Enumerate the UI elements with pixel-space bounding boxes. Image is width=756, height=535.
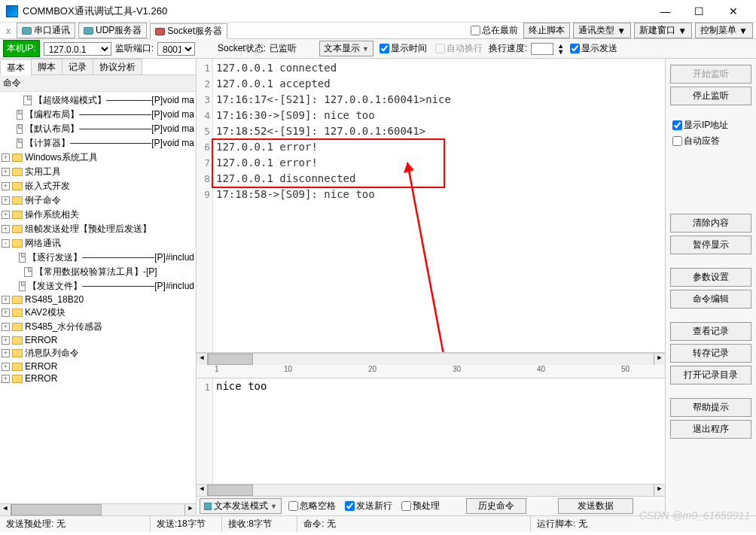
wrap-speed-input[interactable] — [531, 43, 553, 55]
folder-icon — [12, 182, 23, 190]
history-button[interactable]: 历史命令 — [466, 498, 526, 514]
comm-type-button[interactable]: 通讯类型▼ — [573, 23, 631, 38]
stepper-icon[interactable]: ▲▼ — [557, 43, 564, 55]
sidebar-hscrollbar[interactable]: ◄► — [0, 503, 196, 515]
stop-listen-button[interactable]: 停止监听 — [670, 87, 751, 105]
tree-item[interactable]: 【常用数据校验算法工具】-[P] — [2, 265, 194, 279]
send-newline-checkbox[interactable]: 发送新行 — [345, 500, 392, 512]
preprocess-checkbox[interactable]: 预处理 — [401, 500, 440, 512]
ip-combo[interactable]: 127.0.0.1 — [44, 42, 111, 56]
port-combo[interactable]: 8001 — [157, 42, 195, 56]
expander-icon[interactable]: - — [2, 239, 10, 248]
tree-item[interactable]: +消息队列命令 — [2, 346, 194, 360]
tree-item[interactable]: +组帧发送处理【预处理后发送】 — [2, 222, 194, 236]
bottom-toolbar: 文本发送模式▼ 忽略空格 发送新行 预处理 历史命令 发送数据 — [197, 496, 665, 515]
tree-item[interactable]: +操作系统相关 — [2, 208, 194, 222]
tree-item[interactable]: 【发送文件】————————[P]#includ — [2, 279, 194, 293]
expander-icon[interactable]: + — [2, 349, 10, 357]
expander-icon[interactable]: + — [2, 309, 10, 317]
view-log-button[interactable]: 查看记录 — [670, 322, 751, 341]
cmd-edit-button[interactable]: 命令编辑 — [670, 290, 751, 309]
side-tab-protocol[interactable]: 协议分析 — [93, 59, 142, 74]
tree-item-label: 【默认布局】————————[P]void ma — [25, 123, 194, 135]
wrap-speed-label: 换行速度: — [489, 42, 527, 55]
side-tab-basic[interactable]: 基本 — [0, 59, 32, 75]
local-ip-label: 本机IP: — [3, 40, 40, 57]
send-mode-button[interactable]: 文本发送模式▼ — [200, 498, 282, 514]
exit-button[interactable]: 退出程序 — [670, 420, 751, 439]
tree-item[interactable]: +RS485_18B20 — [2, 293, 194, 305]
new-window-button[interactable]: 新建窗口▼ — [634, 23, 692, 38]
tree-item[interactable]: 【默认布局】————————[P]void ma — [2, 122, 194, 136]
tree-item[interactable]: -网络通讯 — [2, 236, 194, 251]
close-tab-icon[interactable]: x — [3, 26, 14, 36]
folder-icon — [12, 196, 23, 205]
tree-item[interactable]: 【超级终端模式】—————[P]void ma — [2, 93, 194, 108]
control-menu-button[interactable]: 控制菜单▼ — [695, 23, 753, 38]
status-sent: 发送:18字节 — [151, 516, 222, 532]
expander-icon[interactable]: + — [2, 168, 10, 176]
tree-item-label: 【常用数据校验算法工具】-[P] — [35, 266, 157, 278]
minimize-button[interactable]: — — [648, 1, 682, 22]
tree-item[interactable]: +实用工具 — [2, 165, 194, 179]
help-button[interactable]: 帮助提示 — [670, 398, 751, 417]
file-icon — [17, 124, 23, 134]
expander-icon[interactable]: + — [2, 296, 10, 304]
tree-item-label: 【逐行发送】————————[P]#includ — [28, 251, 194, 264]
expander-icon[interactable]: + — [2, 211, 10, 219]
clear-button[interactable]: 清除内容 — [670, 214, 751, 233]
input-hscrollbar[interactable]: ◄► — [197, 484, 665, 496]
pause-display-button[interactable]: 暂停显示 — [670, 236, 751, 254]
tree-item[interactable]: 【逐行发送】————————[P]#includ — [2, 251, 194, 265]
stop-script-button[interactable]: 终止脚本 — [523, 23, 570, 38]
tree-item[interactable]: +ERROR — [2, 334, 194, 346]
expander-icon[interactable]: + — [2, 182, 10, 190]
auto-reply-checkbox[interactable]: 自动应答 — [672, 135, 749, 147]
tree-item[interactable]: +RS485_水分传感器 — [2, 320, 194, 334]
expander-icon[interactable]: + — [2, 323, 10, 331]
file-icon — [23, 96, 32, 105]
expander-icon[interactable]: + — [2, 225, 10, 233]
ignore-space-checkbox[interactable]: 忽略空格 — [288, 500, 336, 512]
tree-item[interactable]: +Windows系统工具 — [2, 150, 194, 165]
log-area[interactable]: 123456789 127.0.0.1 connected 127.0.0.1 … — [197, 59, 665, 353]
expander-icon[interactable]: + — [2, 336, 10, 345]
params-button[interactable]: 参数设置 — [670, 268, 751, 287]
save-log-button[interactable]: 转存记录 — [670, 344, 751, 363]
tab-serial-label: 串口通讯 — [34, 24, 70, 37]
expander-icon[interactable]: + — [2, 154, 10, 162]
maximize-button[interactable]: ☐ — [682, 1, 716, 22]
auto-wrap-checkbox[interactable]: 自动换行 — [435, 42, 483, 55]
log-content[interactable]: 127.0.0.1 connected 127.0.0.1 accepted 1… — [213, 59, 665, 352]
tab-serial[interactable]: 串口通讯 — [17, 23, 75, 38]
sidebar: 基本 脚本 记录 协议分析 命令 【超级终端模式】—————[P]void ma… — [0, 59, 197, 515]
tree-item[interactable]: +嵌入式开发 — [2, 179, 194, 193]
show-send-checkbox[interactable]: 显示发送 — [570, 42, 617, 55]
show-ip-checkbox[interactable]: 显示IP地址 — [672, 119, 749, 132]
chevron-down-icon: ▼ — [362, 45, 369, 53]
input-area[interactable]: 1 nice too — [197, 378, 665, 484]
input-text[interactable]: nice too — [213, 378, 665, 484]
show-time-checkbox[interactable]: 显示时间 — [380, 42, 427, 55]
expander-icon[interactable]: + — [2, 363, 10, 371]
tree-item[interactable]: 【编程布局】————————[P]void ma — [2, 108, 194, 122]
side-tab-script[interactable]: 脚本 — [31, 59, 62, 74]
expander-icon[interactable]: + — [2, 375, 10, 383]
tab-socket[interactable]: Socket服务器 — [150, 23, 227, 39]
tab-udp[interactable]: UDP服务器 — [78, 23, 147, 38]
log-hscrollbar[interactable]: ◄► — [197, 353, 665, 365]
text-display-button[interactable]: 文本显示▼ — [319, 41, 373, 56]
always-top-checkbox[interactable]: 总在最前 — [471, 24, 518, 37]
tree-item[interactable]: 【计算器】—————————[P]void ma — [2, 136, 194, 150]
tree-item[interactable]: +KAV2模块 — [2, 305, 194, 320]
tree-item[interactable]: +ERROR — [2, 372, 194, 385]
side-tab-record[interactable]: 记录 — [62, 59, 93, 74]
tree-item[interactable]: +例子命令 — [2, 193, 194, 208]
close-button[interactable]: ✕ — [716, 1, 750, 22]
expander-icon[interactable]: + — [2, 196, 10, 205]
start-listen-button[interactable]: 开始监听 — [670, 65, 751, 84]
tree-item[interactable]: +ERROR — [2, 360, 194, 372]
open-log-dir-button[interactable]: 打开记录目录 — [670, 366, 751, 385]
command-tree[interactable]: 【超级终端模式】—————[P]void ma【编程布局】————————[P]… — [0, 92, 196, 503]
send-data-button[interactable]: 发送数据 — [558, 498, 633, 514]
